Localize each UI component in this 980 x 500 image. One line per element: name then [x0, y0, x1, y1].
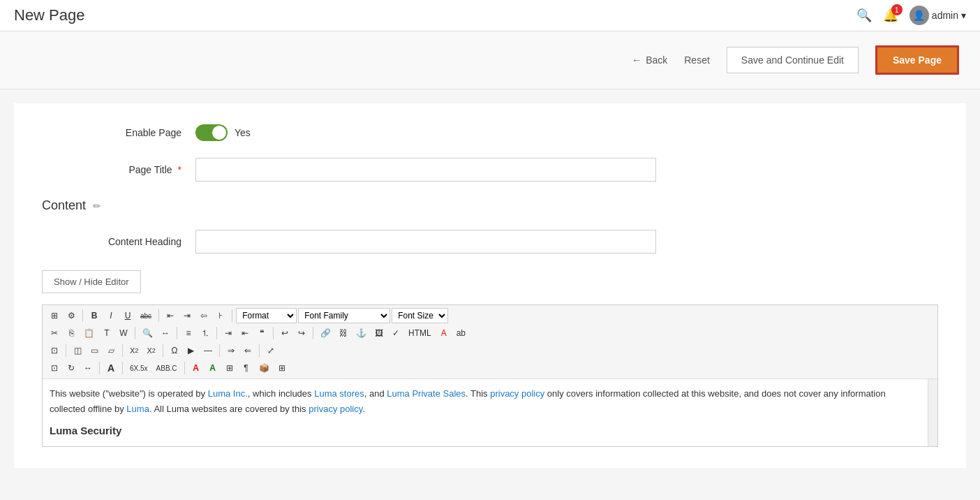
top-bar: New Page 🔍 🔔 1 👤 admin ▾: [0, 0, 980, 31]
tb-color-a-btn[interactable]: A: [188, 360, 204, 376]
tb-justify-btn[interactable]: ⊦: [213, 308, 228, 323]
reset-link[interactable]: Reset: [684, 54, 710, 66]
back-link[interactable]: ← Back: [632, 54, 667, 66]
save-continue-button[interactable]: Save and Continue Edit: [727, 47, 859, 73]
tb-unlink-btn[interactable]: ⛓: [336, 325, 351, 341]
tb-widget-btn[interactable]: 📦: [255, 360, 273, 376]
toolbar-row-4: ⊡ ↻ ↔ A 6X.5x ABB.C A A ⊞ ¶ 📦 ⊞: [47, 360, 933, 376]
tb-ltr-btn[interactable]: ⇒: [223, 343, 239, 358]
tb-visual-aid-btn[interactable]: ⊡: [47, 343, 62, 358]
tb-table2-btn[interactable]: ⊞: [274, 360, 290, 376]
editor-content-area[interactable]: This website ("website") is operated by …: [43, 379, 937, 446]
tb-bullet-list-btn[interactable]: ≡: [181, 325, 196, 341]
tb-strikethrough-btn[interactable]: abc: [137, 308, 155, 323]
tb-media-btn[interactable]: ▶: [184, 343, 199, 358]
tb-abc-btn1[interactable]: 6X.5x: [126, 360, 151, 376]
tb-templates-btn[interactable]: ⊞: [47, 308, 62, 323]
tb-sep-2: [158, 309, 159, 322]
save-page-button[interactable]: Save Page: [875, 45, 959, 75]
editor-toolbar: ⊞ ⚙ B I U abc ⇤ ⇥ ⇦ ⊦ Format Heading 1 H…: [43, 305, 937, 379]
tb-paste-btn[interactable]: 📋: [80, 325, 98, 341]
page-title: New Page: [14, 6, 85, 24]
tb-fullscreen-btn[interactable]: ⤢: [263, 343, 279, 358]
privacy-policy-link1[interactable]: privacy policy: [490, 388, 544, 399]
tb-sep-3: [232, 309, 232, 322]
tb-resize2-btn[interactable]: ▭: [87, 343, 102, 358]
enable-page-toggle[interactable]: [195, 124, 228, 141]
tb-sub-btn[interactable]: X2: [126, 343, 142, 358]
tb-color-a2-btn[interactable]: A: [205, 360, 221, 376]
required-star: *: [175, 164, 181, 175]
tb-format-select[interactable]: Format Heading 1 Heading 2 Heading 3 Par…: [236, 308, 297, 323]
tb-rtl-btn[interactable]: ⇐: [240, 343, 255, 358]
action-bar: ← Back Reset Save and Continue Edit Save…: [0, 31, 980, 89]
tb-html-btn[interactable]: HTML: [405, 325, 435, 341]
tb-rotate-btn[interactable]: ↻: [64, 360, 79, 376]
tb-bold-btn[interactable]: B: [87, 308, 102, 323]
tb-crop-btn[interactable]: ⊡: [47, 360, 62, 376]
tb-align-right-btn[interactable]: ⇦: [196, 308, 211, 323]
tb-indent-btn[interactable]: ⇥: [221, 325, 236, 341]
tb-highlight-btn[interactable]: ab: [453, 325, 469, 341]
enable-page-value: Yes: [235, 127, 251, 138]
editor-content-inner: This website ("website") is operated by …: [50, 386, 930, 439]
privacy-policy-link2[interactable]: privacy policy: [309, 404, 362, 414]
luma-inc-link[interactable]: Luma Inc.: [208, 388, 248, 399]
tb-copy-btn[interactable]: ⎘: [64, 325, 79, 341]
notification-bell[interactable]: 🔔 1: [883, 8, 898, 23]
toolbar-row-3: ⊡ ◫ ▭ ▱ X2 X2 Ω ▶ — ⇒ ⇐ ⤢: [47, 343, 933, 358]
tb-sep-6: [216, 327, 217, 339]
tb-abc-btn2[interactable]: ABB.C: [153, 360, 181, 376]
toggle-wrap: Yes: [195, 124, 251, 141]
tb-blockquote-btn[interactable]: ❝: [254, 325, 269, 341]
tb-align-left-btn[interactable]: ⇤: [163, 308, 178, 323]
luma-private-link[interactable]: Luma Private Sales: [387, 388, 466, 399]
tb-resize1-btn[interactable]: ◫: [70, 343, 85, 358]
tb-underline-btn[interactable]: U: [120, 308, 135, 323]
tb-para-btn[interactable]: ¶: [239, 360, 254, 376]
luma-offline-link[interactable]: Luma: [126, 404, 149, 414]
content-heading-row: Content Heading: [42, 230, 938, 253]
tb-redo-btn[interactable]: ↪: [294, 325, 309, 341]
tb-sep-4: [135, 327, 135, 339]
tb-cut-btn[interactable]: ✂: [47, 325, 62, 341]
admin-dropdown[interactable]: 👤 admin ▾: [910, 6, 966, 25]
tb-paste-word-btn[interactable]: W: [116, 325, 131, 341]
tb-image-btn[interactable]: 🖼: [371, 325, 387, 341]
tb-anchor-btn[interactable]: ⚓: [352, 325, 370, 341]
tb-color-btn[interactable]: A: [436, 325, 452, 341]
luma-stores-link[interactable]: Luma stores: [314, 388, 364, 399]
tb-sep-9: [66, 344, 66, 357]
tb-hr-btn[interactable]: —: [200, 343, 216, 358]
content-heading-input[interactable]: [195, 230, 656, 253]
editor-heading: Luma Security: [50, 422, 916, 439]
back-label: Back: [646, 54, 667, 66]
show-hide-editor-button[interactable]: Show / Hide Editor: [42, 270, 141, 293]
tb-align-center-btn[interactable]: ⇥: [179, 308, 195, 323]
tb-sup-btn[interactable]: X2: [143, 343, 158, 358]
tb-sep-15: [122, 362, 123, 374]
editor-scrollbar[interactable]: [928, 379, 937, 446]
tb-find-btn[interactable]: 🔍: [139, 325, 156, 341]
page-title-input[interactable]: [195, 158, 656, 182]
tb-font-family-select[interactable]: Font Family Arial Times New Roman Courie…: [298, 308, 390, 323]
search-icon[interactable]: 🔍: [856, 8, 872, 23]
tb-font-large-btn[interactable]: A: [103, 360, 119, 376]
tb-char-btn[interactable]: Ω: [167, 343, 182, 358]
tb-link-btn[interactable]: 🔗: [317, 325, 334, 341]
editor-wrap: ⊞ ⚙ B I U abc ⇤ ⇥ ⇦ ⊦ Format Heading 1 H…: [42, 304, 938, 447]
tb-undo-btn[interactable]: ↩: [277, 325, 292, 341]
tb-check-btn[interactable]: ✓: [388, 325, 403, 341]
tb-outdent-btn[interactable]: ⇤: [237, 325, 253, 341]
tb-italic-btn[interactable]: I: [103, 308, 119, 323]
pencil-icon[interactable]: ✏: [93, 200, 101, 212]
tb-symbol-btn[interactable]: ⊞: [222, 360, 237, 376]
tb-flip-btn[interactable]: ↔: [80, 360, 96, 376]
tb-blocks-btn[interactable]: ⚙: [64, 308, 79, 323]
top-bar-right: 🔍 🔔 1 👤 admin ▾: [856, 6, 966, 25]
tb-paste-text-btn[interactable]: T: [99, 325, 114, 341]
tb-font-size-select[interactable]: Font Size 8pt 10pt 12pt 14pt: [392, 308, 448, 323]
tb-resize3-btn[interactable]: ▱: [103, 343, 119, 358]
tb-number-list-btn[interactable]: ⒈: [198, 325, 213, 341]
tb-find-replace-btn[interactable]: ↔: [158, 325, 173, 341]
